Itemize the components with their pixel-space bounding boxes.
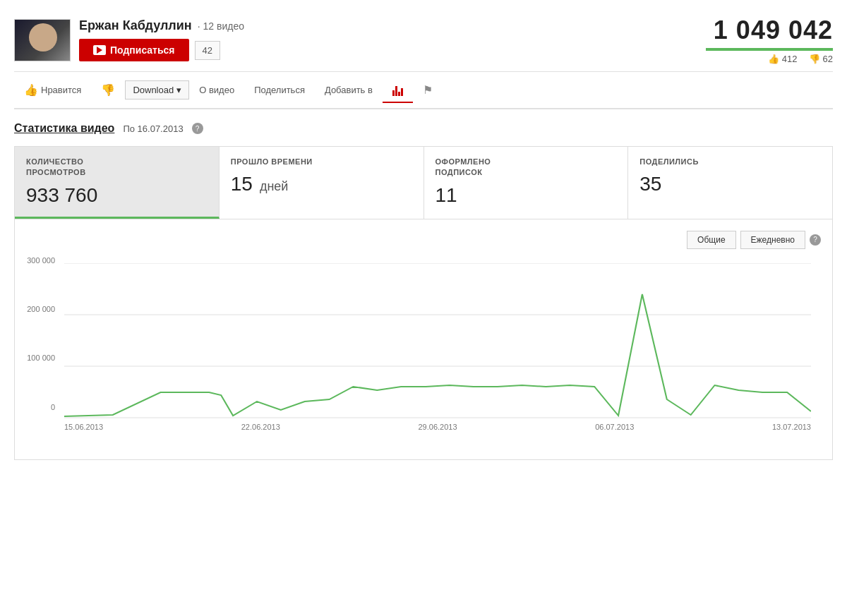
x-label-4: 06.07.2013	[595, 423, 634, 431]
thumbup-action-icon: 👍	[24, 83, 38, 97]
y-label-200k: 200 000	[15, 305, 55, 313]
dislike-button[interactable]: 👎	[91, 78, 125, 102]
x-label-5: 13.07.2013	[772, 423, 811, 431]
add-label: Добавить в	[325, 85, 373, 95]
total-views: 1 049 042	[706, 16, 833, 45]
like-dislike-row: 👍 412 👎 62	[706, 54, 833, 64]
chart-area: 300 000 200 000 100 000 0	[15, 256, 832, 452]
stats-date: По 16.07.2013	[123, 123, 183, 134]
cumulative-button[interactable]: Общие	[687, 231, 735, 249]
y-label-0: 0	[15, 403, 55, 411]
subscribe-button[interactable]: Подписаться	[79, 39, 189, 61]
thumbdown-icon: 👎	[809, 54, 820, 64]
y-label-300k: 300 000	[15, 256, 55, 265]
action-bar: 👍 Нравится 👎 Download ▾ О видео Поделить…	[14, 72, 833, 109]
dropdown-arrow-icon: ▾	[176, 85, 181, 95]
download-label: Download	[133, 85, 174, 95]
channel-name-row: Ержан Кабдуллин · 12 видео	[79, 18, 244, 33]
stat-value-time: 15	[231, 173, 253, 195]
subscribe-row: Подписаться 42	[79, 39, 244, 61]
about-label: О видео	[199, 85, 234, 95]
stat-unit-time: дней	[260, 179, 289, 194]
stats-title-row: Статистика видео По 16.07.2013 ?	[14, 122, 833, 135]
stat-value-subscriptions: 11	[435, 184, 457, 206]
page-wrapper: Ержан Кабдуллин · 12 видео Подписаться 4…	[0, 0, 847, 467]
channel-thumbnail	[14, 19, 71, 61]
subscribe-label: Подписаться	[110, 44, 175, 56]
view-progress-bar	[706, 48, 833, 51]
x-axis-labels: 15.06.2013 22.06.2013 29.06.2013 06.07.2…	[64, 418, 811, 431]
barchart-icon	[392, 85, 403, 96]
add-to-button[interactable]: Добавить в	[315, 79, 383, 101]
like-item: 👍 412	[768, 54, 798, 64]
youtube-icon	[93, 45, 106, 55]
stat-value-views: 933 760	[26, 184, 97, 207]
stats-section: Статистика видео По 16.07.2013 ? КОЛИЧЕС…	[14, 109, 833, 460]
channel-info: Ержан Кабдуллин · 12 видео Подписаться 4…	[79, 18, 244, 61]
thumbup-icon: 👍	[768, 54, 779, 64]
like-label: Нравится	[41, 85, 81, 95]
video-count: · 12 видео	[198, 20, 244, 32]
active-tab-underline	[383, 102, 413, 103]
flag-icon: ⚑	[423, 83, 433, 97]
stat-label-time: ПРОШЛО ВРЕМЕНИ	[231, 157, 412, 167]
stat-label-views: КОЛИЧЕСТВО ПРОСМОТРОВ	[26, 157, 208, 179]
daily-button[interactable]: Ежедневно	[740, 231, 805, 249]
chart-help-icon[interactable]: ?	[810, 234, 821, 246]
y-label-100k: 100 000	[15, 354, 55, 362]
stat-card-time[interactable]: ПРОШЛО ВРЕМЕНИ 15 дней	[220, 147, 424, 219]
dislike-count: 62	[823, 54, 833, 64]
like-count: 412	[782, 54, 798, 64]
channel-header: Ержан Кабдуллин · 12 видео Подписаться 4…	[14, 7, 833, 72]
channel-right: 1 049 042 👍 412 👎 62	[706, 16, 833, 64]
share-label: Поделиться	[254, 85, 305, 95]
help-icon[interactable]: ?	[192, 123, 203, 134]
chart-svg	[64, 263, 811, 418]
dislike-item: 👎 62	[809, 54, 833, 64]
x-label-3: 29.06.2013	[418, 423, 457, 431]
x-label-2: 22.06.2013	[241, 423, 280, 431]
download-button[interactable]: Download ▾	[125, 80, 189, 99]
stats-button[interactable]	[383, 79, 413, 102]
stat-value-shares: 35	[639, 173, 661, 195]
stat-card-views[interactable]: КОЛИЧЕСТВО ПРОСМОТРОВ 933 760	[15, 147, 220, 219]
channel-name: Ержан Кабдуллин	[79, 18, 192, 33]
x-label-1: 15.06.2013	[64, 423, 103, 431]
stat-card-subscriptions[interactable]: ОФОРМЛЕНО ПОДПИСОК 11	[424, 147, 629, 219]
stat-label-subscriptions: ОФОРМЛЕНО ПОДПИСОК	[435, 157, 617, 179]
like-button[interactable]: 👍 Нравится	[14, 78, 91, 102]
share-button[interactable]: Поделиться	[244, 79, 315, 101]
about-button[interactable]: О видео	[189, 79, 244, 101]
chart-line	[64, 294, 811, 416]
chart-controls: Общие Ежедневно ?	[15, 227, 832, 256]
stats-title: Статистика видео	[14, 122, 114, 135]
stats-cards: КОЛИЧЕСТВО ПРОСМОТРОВ 933 760 ПРОШЛО ВРЕ…	[14, 146, 833, 219]
channel-left: Ержан Кабдуллин · 12 видео Подписаться 4…	[14, 18, 244, 61]
stat-card-shares[interactable]: ПОДЕЛИЛИСЬ 35	[628, 147, 832, 219]
stat-label-shares: ПОДЕЛИЛИСЬ	[639, 157, 821, 167]
y-axis-labels: 300 000 200 000 100 000 0	[15, 256, 61, 411]
subscriber-count-badge: 42	[195, 41, 220, 60]
thumbdown-action-icon: 👎	[101, 83, 115, 97]
chart-container: Общие Ежедневно ? 300 000 200 000 100 00…	[14, 219, 833, 460]
flag-button[interactable]: ⚑	[413, 78, 443, 102]
